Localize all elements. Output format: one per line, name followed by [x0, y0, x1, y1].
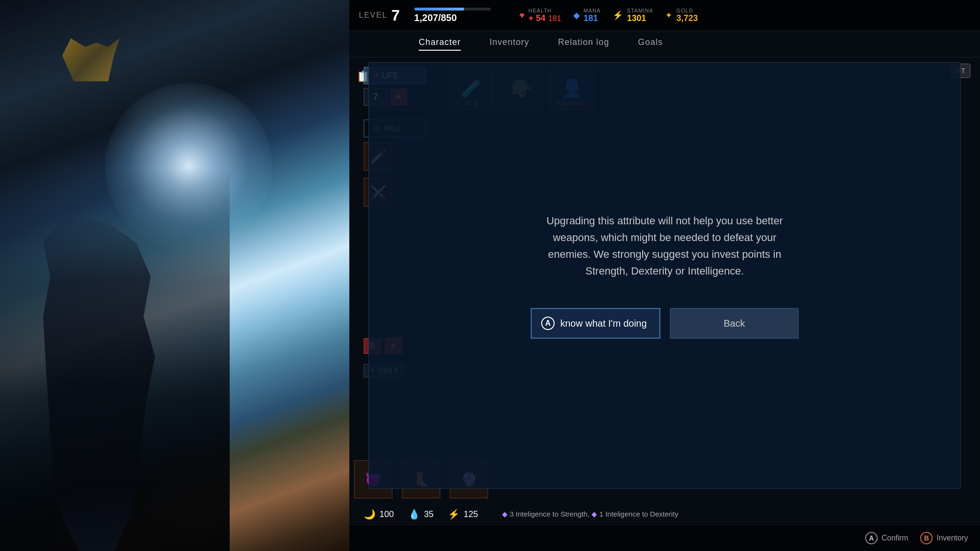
exp-text: 1,207/850 — [414, 12, 491, 23]
stamina-value: 1301 — [627, 13, 646, 23]
footer-bar: A Confirm B Inventory — [349, 525, 980, 551]
tab-relation-log[interactable]: Relation log — [558, 37, 609, 51]
stamina-stat-value: 125 — [464, 509, 478, 519]
nav-tabs: 📋 Character Inventory Relation log Goals… — [349, 31, 980, 57]
level-number: 7 — [391, 7, 400, 24]
intel-icon: ◆ — [502, 510, 508, 518]
life-stat-bottom: 🌙 100 — [364, 508, 394, 520]
health-label: HEALTH — [528, 8, 561, 13]
a-button-icon: A — [541, 317, 555, 330]
footer-inventory-label: Inventory — [936, 534, 968, 542]
exp-bar-container — [414, 8, 491, 11]
back-button[interactable]: Back — [670, 308, 799, 339]
dialog-text: Upgrading this attribute will not help y… — [540, 212, 789, 280]
stamina-stat-bottom: ⚡ 125 — [448, 508, 478, 520]
will-stat-icon: 💧 — [408, 508, 420, 520]
gold-stat: ✦ GOLD 3,723 — [665, 8, 698, 23]
health-modifier: + 54 — [528, 13, 546, 23]
level-display: LEVEL 7 — [359, 7, 400, 24]
intel-icon-2: ◆ — [591, 510, 597, 518]
stamina-stat: ⚡ STAMINA 1301 — [612, 8, 653, 23]
health-current: 181 — [548, 14, 561, 23]
level-label: LEVEL — [359, 11, 388, 20]
footer-inventory: B Inventory — [920, 532, 968, 544]
gold-icon: ✦ — [665, 10, 672, 21]
a-footer-btn: A — [865, 532, 878, 544]
exp-bar-fill — [414, 8, 464, 11]
bottom-stats: 🌙 100 💧 35 ⚡ 125 ◆ 3 Inteligence to Stre… — [364, 508, 966, 520]
health-stat: ♥ HEALTH + 54 181 — [520, 8, 561, 23]
header-bar: LEVEL 7 1,207/850 ♥ HEALTH + 54 181 — [349, 0, 980, 31]
health-icon: ♥ — [520, 11, 525, 21]
tab-character[interactable]: Character — [419, 37, 461, 51]
mana-value: 181 — [584, 13, 598, 23]
conversion-text: ◆ 3 Inteligence to Strength, ◆ 1 Intelig… — [502, 510, 678, 518]
b-footer-btn: B — [920, 532, 933, 544]
will-stat-bottom: 💧 35 — [408, 508, 434, 520]
confirm-label: know what I'm doing — [560, 318, 647, 329]
life-stat-icon: 🌙 — [364, 508, 376, 520]
will-stat-value: 35 — [424, 509, 434, 519]
mana-stat: ◆ MANA 181 — [573, 8, 601, 23]
game-scene — [0, 0, 349, 551]
gold-label: GOLD — [676, 8, 698, 13]
stamina-label: STAMINA — [627, 8, 653, 13]
footer-confirm: A Confirm — [865, 532, 908, 544]
mana-label: MANA — [584, 8, 601, 13]
gold-value: 3,723 — [676, 13, 698, 23]
exp-section: 1,207/850 — [414, 8, 491, 23]
tab-inventory[interactable]: Inventory — [490, 37, 529, 51]
dialog-buttons: A know what I'm doing Back — [531, 308, 799, 339]
tab-goals[interactable]: Goals — [638, 37, 663, 51]
ui-panel: LEVEL 7 1,207/850 ♥ HEALTH + 54 181 — [349, 0, 980, 551]
life-stat-value: 100 — [379, 509, 394, 519]
mana-icon: ◆ — [573, 10, 580, 21]
stamina-icon: ⚡ — [612, 10, 623, 21]
dialog-overlay: Upgrading this attribute will not help y… — [368, 62, 961, 489]
confirm-button[interactable]: A know what I'm doing — [531, 308, 660, 339]
bottom-stats-area: 🌙 100 💧 35 ⚡ 125 ◆ 3 Inteligence to Stre… — [364, 508, 966, 525]
footer-confirm-label: Confirm — [881, 534, 908, 542]
stamina-stat-icon: ⚡ — [448, 508, 460, 520]
